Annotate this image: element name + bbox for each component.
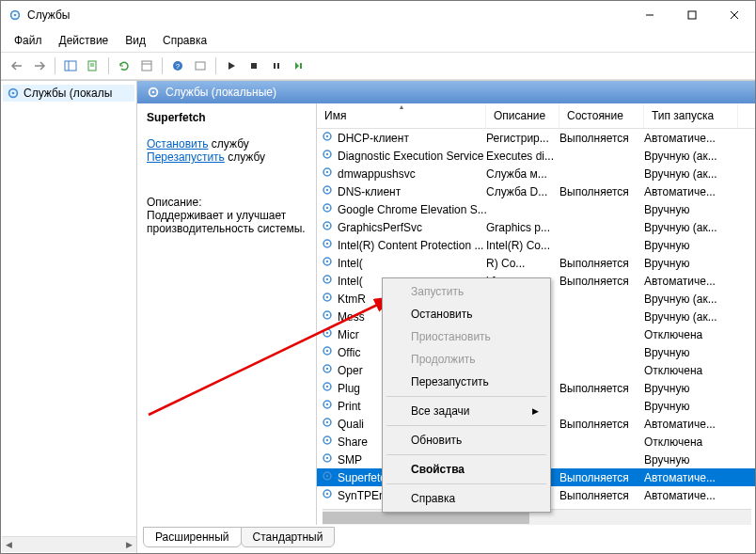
refresh-button[interactable] bbox=[114, 55, 134, 76]
minimize-button[interactable] bbox=[628, 1, 670, 29]
svg-point-41 bbox=[326, 278, 328, 280]
cm-help[interactable]: Справка bbox=[385, 487, 548, 510]
service-desc: Intel(R) Co... bbox=[486, 239, 559, 252]
service-desc: Executes di... bbox=[486, 150, 559, 163]
svg-point-1 bbox=[14, 14, 17, 17]
gear-icon bbox=[321, 469, 334, 485]
show-hide-tree-button[interactable] bbox=[60, 55, 81, 76]
service-name: GraphicsPerfSvc bbox=[338, 221, 422, 234]
gear-icon bbox=[321, 255, 334, 271]
gear-icon bbox=[321, 344, 334, 360]
svg-rect-16 bbox=[251, 63, 257, 69]
service-row[interactable]: dmwappushsvcСлужба м...Вручную (ак... bbox=[317, 165, 755, 182]
restart-service-button[interactable] bbox=[289, 55, 309, 76]
service-desc: Регистрир... bbox=[486, 132, 559, 145]
column-startup[interactable]: Тип запуска bbox=[644, 103, 738, 128]
service-name: Intel( bbox=[338, 275, 363, 288]
svg-point-65 bbox=[326, 493, 328, 495]
tree-root-item[interactable]: Службы (локалы bbox=[3, 85, 134, 102]
service-startup: Вручную bbox=[644, 203, 738, 216]
start-service-button[interactable] bbox=[221, 55, 242, 76]
help-button[interactable]: ? bbox=[167, 55, 188, 76]
gear-icon bbox=[321, 451, 334, 467]
column-description[interactable]: Описание bbox=[486, 103, 559, 128]
service-startup: Отключена bbox=[644, 435, 738, 449]
menu-view[interactable]: Вид bbox=[118, 31, 153, 50]
service-name: Intel(R) Content Protection ... bbox=[338, 239, 483, 252]
service-name: Print bbox=[338, 400, 361, 413]
menu-help[interactable]: Справка bbox=[155, 31, 214, 50]
service-row[interactable]: Google Chrome Elevation S...Вручную bbox=[317, 200, 755, 218]
service-state: Выполняется bbox=[559, 275, 644, 288]
cm-all-tasks[interactable]: Все задачи▶ bbox=[385, 400, 548, 422]
service-startup: Вручную (ак... bbox=[644, 150, 738, 163]
svg-point-25 bbox=[326, 135, 328, 137]
services-icon bbox=[8, 8, 22, 22]
service-state: Выполняется bbox=[559, 471, 644, 484]
column-state[interactable]: Состояние bbox=[559, 103, 644, 128]
service-startup: Вручную (ак... bbox=[644, 293, 738, 306]
column-name[interactable]: Имя▴ bbox=[317, 103, 486, 128]
service-name: Plug bbox=[338, 382, 360, 395]
selected-service-name: Superfetch bbox=[147, 111, 307, 124]
svg-rect-18 bbox=[277, 63, 279, 69]
service-name: DHCP-клиент bbox=[338, 132, 409, 145]
menu-file[interactable]: Файл bbox=[7, 31, 50, 50]
service-row[interactable]: Intel(R) Content Protection ...Intel(R) … bbox=[317, 236, 755, 254]
cm-refresh[interactable]: Обновить bbox=[385, 429, 548, 451]
service-startup: Отключена bbox=[644, 328, 738, 341]
service-state: Выполняется bbox=[559, 418, 644, 431]
nav-back-button[interactable] bbox=[7, 55, 27, 76]
cm-pause: Приостановить bbox=[385, 325, 548, 348]
service-state: Выполняется bbox=[559, 489, 644, 502]
stop-service-link[interactable]: Остановить bbox=[147, 137, 209, 150]
service-desc: R) Co... bbox=[486, 257, 559, 270]
service-row[interactable]: GraphicsPerfSvcGraphics p...Вручную (ак.… bbox=[317, 218, 755, 236]
service-startup: Автоматиче... bbox=[644, 489, 738, 502]
service-name: Oper bbox=[338, 364, 363, 377]
left-pane-scrollbar[interactable]: ◀▶ bbox=[2, 536, 136, 552]
svg-point-51 bbox=[326, 368, 328, 370]
service-name: Share bbox=[338, 435, 368, 449]
service-row[interactable]: Diagnostic Execution ServiceExecutes di.… bbox=[317, 147, 755, 165]
cm-restart[interactable]: Перезапустить bbox=[385, 371, 548, 393]
stop-service-button[interactable] bbox=[244, 55, 264, 76]
pause-service-button[interactable] bbox=[266, 55, 287, 76]
window-title: Службы bbox=[27, 8, 70, 22]
service-startup: Вручную bbox=[644, 400, 738, 413]
gear-icon bbox=[321, 237, 334, 253]
service-startup: Автоматиче... bbox=[644, 418, 738, 431]
tree-pane: Службы (локалы bbox=[1, 81, 137, 553]
main-area: Службы (локалы Службы (локальные) Superf… bbox=[1, 80, 755, 553]
gear-icon bbox=[321, 416, 334, 432]
maximize-button[interactable] bbox=[670, 1, 713, 29]
pane-header: Службы (локальные) bbox=[137, 81, 755, 103]
service-row[interactable]: DNS-клиентСлужба D...ВыполняетсяАвтомати… bbox=[317, 182, 755, 200]
gear-icon bbox=[321, 201, 334, 217]
svg-rect-3 bbox=[688, 11, 696, 19]
properties-button[interactable] bbox=[136, 55, 157, 76]
gear-icon bbox=[321, 219, 334, 235]
svg-point-53 bbox=[326, 386, 328, 388]
service-name: DNS-клиент bbox=[338, 185, 401, 198]
tab-standard[interactable]: Стандартный bbox=[241, 527, 336, 547]
tab-extended[interactable]: Расширенный bbox=[143, 527, 242, 547]
service-row[interactable]: Intel(R) Co...ВыполняетсяВручную bbox=[317, 254, 755, 272]
cm-resume: Продолжить bbox=[385, 348, 548, 371]
restart-service-link[interactable]: Перезапустить bbox=[147, 150, 225, 164]
service-name: Diagnostic Execution Service bbox=[338, 150, 483, 163]
service-startup: Вручную bbox=[644, 382, 738, 395]
view-tabs: Расширенный Стандартный bbox=[137, 525, 755, 553]
service-startup: Вручную (ак... bbox=[644, 310, 738, 324]
svg-rect-6 bbox=[65, 61, 76, 71]
toolbar-icon[interactable] bbox=[190, 55, 211, 76]
export-list-button[interactable] bbox=[83, 55, 103, 76]
close-button[interactable] bbox=[713, 1, 755, 29]
svg-point-21 bbox=[12, 92, 15, 95]
nav-forward-button[interactable] bbox=[29, 55, 50, 76]
cm-stop[interactable]: Остановить bbox=[385, 303, 548, 325]
cm-properties[interactable]: Свойства bbox=[385, 458, 548, 481]
menu-action[interactable]: Действие bbox=[52, 31, 117, 50]
service-row[interactable]: DHCP-клиентРегистрир...ВыполняетсяАвтома… bbox=[317, 129, 755, 147]
cm-start: Запустить bbox=[385, 280, 548, 303]
